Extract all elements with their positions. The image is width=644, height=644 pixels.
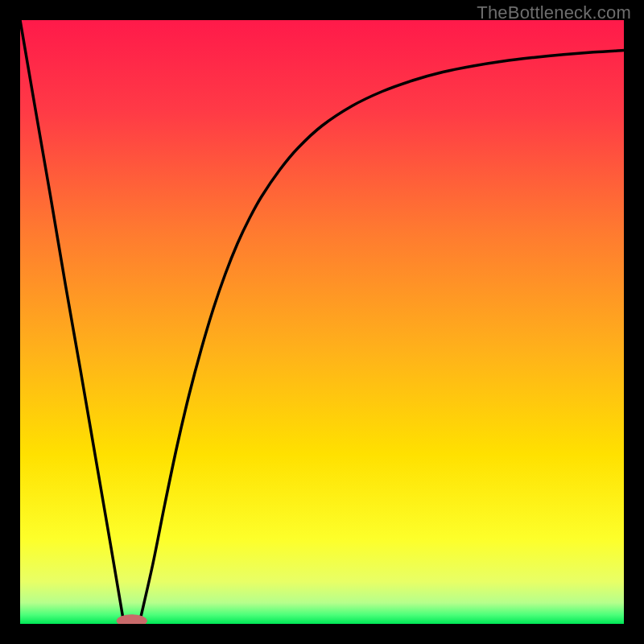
chart-svg <box>20 20 624 624</box>
minimum-marker <box>117 615 147 624</box>
plot-area <box>20 20 624 624</box>
watermark-text: TheBottleneck.com <box>477 2 631 23</box>
outer-frame: TheBottleneck.com <box>0 0 644 644</box>
gradient-background <box>20 20 624 624</box>
